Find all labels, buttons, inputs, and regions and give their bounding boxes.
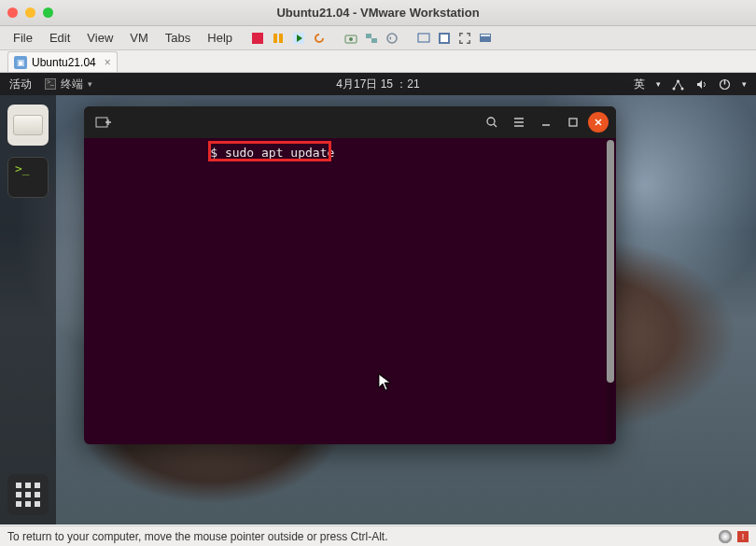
svg-rect-1 xyxy=(273,34,277,43)
vm-tab-icon: ▣ xyxy=(14,56,27,69)
host-toolbar xyxy=(249,30,494,47)
zoom-dot[interactable] xyxy=(43,7,53,18)
restart-icon[interactable] xyxy=(311,30,328,47)
snapshot-icon[interactable] xyxy=(343,30,359,47)
search-button[interactable] xyxy=(480,112,504,133)
fullscreen-icon[interactable] xyxy=(456,30,473,47)
show-applications-button[interactable] xyxy=(7,474,49,515)
svg-rect-27 xyxy=(569,119,577,126)
network-icon[interactable] xyxy=(672,78,684,91)
terminal-window[interactable]: $ sudo apt update xyxy=(84,106,616,444)
host-titlebar: Ubuntu21.04 - VMware Workstation xyxy=(0,0,756,26)
host-window-title: Ubuntu21.04 - VMware Workstation xyxy=(276,6,479,20)
menu-tabs[interactable]: Tabs xyxy=(158,28,198,48)
snapshot-manager-icon[interactable] xyxy=(363,30,380,47)
host-menubar: File Edit View VM Tabs Help xyxy=(0,26,756,50)
minimize-dot[interactable] xyxy=(25,7,35,18)
maximize-button[interactable] xyxy=(561,112,585,133)
power-off-icon[interactable] xyxy=(249,30,266,47)
svg-rect-12 xyxy=(441,35,448,42)
vm-tab-close-icon[interactable]: × xyxy=(105,56,111,69)
close-button[interactable] xyxy=(588,112,609,133)
gnome-top-bar: 活动 终端 ▾ 4月17日 15 ：21 英 ▾ ▾ xyxy=(0,73,756,95)
menu-file[interactable]: File xyxy=(6,28,40,48)
unity-icon[interactable] xyxy=(436,30,453,47)
power-icon[interactable] xyxy=(719,78,731,91)
app-menu-label: 终端 xyxy=(61,77,83,92)
console-view-icon[interactable] xyxy=(477,30,494,47)
fit-guest-icon[interactable] xyxy=(415,30,432,47)
new-tab-button[interactable] xyxy=(91,112,116,133)
svg-rect-8 xyxy=(371,38,377,43)
menu-view[interactable]: View xyxy=(79,28,120,48)
cdrom-device-icon[interactable] xyxy=(719,530,732,543)
menu-vm[interactable]: VM xyxy=(122,28,156,48)
terminal-scrollbar-thumb[interactable] xyxy=(607,140,614,383)
annotation-highlight-box xyxy=(208,141,331,161)
terminal-dock-icon[interactable] xyxy=(7,157,49,198)
hamburger-menu-button[interactable] xyxy=(507,112,531,133)
sound-icon[interactable] xyxy=(695,78,707,91)
terminal-titlebar[interactable] xyxy=(84,106,616,138)
apps-grid-icon xyxy=(16,483,40,507)
close-dot[interactable] xyxy=(7,7,18,18)
svg-point-21 xyxy=(487,118,495,125)
svg-line-22 xyxy=(494,124,497,127)
host-tabbar: ▣ Ubuntu21.04 × xyxy=(0,50,756,73)
statusbar-hint: To return to your computer, move the mou… xyxy=(7,530,388,543)
play-icon[interactable] xyxy=(290,30,307,47)
statusbar-right: ! xyxy=(719,530,749,543)
svg-rect-7 xyxy=(366,34,371,38)
vm-tab-label: Ubuntu21.04 xyxy=(32,56,96,69)
system-tray[interactable]: 英 ▾ ▾ xyxy=(634,77,747,92)
svg-rect-10 xyxy=(418,34,429,42)
svg-point-6 xyxy=(349,37,353,41)
device-warning-icon[interactable]: ! xyxy=(737,531,749,542)
suspend-icon[interactable] xyxy=(270,30,287,47)
input-method-indicator[interactable]: 英 xyxy=(634,77,645,92)
terminal-body[interactable]: $ sudo apt update xyxy=(84,138,616,444)
svg-rect-2 xyxy=(279,34,283,43)
terminal-app-icon xyxy=(45,78,56,90)
chevron-down-icon: ▾ xyxy=(656,79,661,89)
app-menu[interactable]: 终端 ▾ xyxy=(45,77,92,92)
svg-point-9 xyxy=(387,34,397,43)
activities-button[interactable]: 活动 xyxy=(9,77,32,92)
svg-rect-14 xyxy=(481,35,490,36)
menu-help[interactable]: Help xyxy=(200,28,240,48)
vm-viewport[interactable]: 活动 终端 ▾ 4月17日 15 ：21 英 ▾ ▾ xyxy=(0,73,756,525)
minimize-button[interactable] xyxy=(534,112,558,133)
chevron-down-icon: ▾ xyxy=(88,79,92,89)
window-controls-mac xyxy=(7,7,53,18)
menu-edit[interactable]: Edit xyxy=(42,28,77,48)
svg-rect-0 xyxy=(252,33,263,44)
vm-tab[interactable]: ▣ Ubuntu21.04 × xyxy=(7,51,118,72)
gnome-dock xyxy=(0,95,56,525)
clock[interactable]: 4月17日 15 ：21 xyxy=(336,77,419,92)
files-app-icon[interactable] xyxy=(7,105,49,146)
chevron-down-icon: ▾ xyxy=(742,79,747,89)
host-statusbar: To return to your computer, move the mou… xyxy=(0,525,756,546)
snapshot-revert-icon[interactable] xyxy=(384,30,400,47)
